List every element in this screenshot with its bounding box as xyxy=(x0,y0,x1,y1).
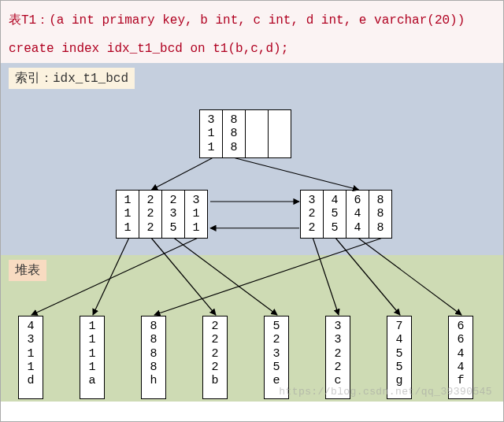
btree-cell: 322 xyxy=(301,191,324,238)
heap-cell: 1111a xyxy=(80,316,104,398)
table-declaration: 表T1：(a int primary key, b int, c int, d … xyxy=(9,13,465,28)
btree-cell: 644 xyxy=(346,191,369,238)
btree-empty-cell xyxy=(269,110,291,157)
create-index-statement: create index idx_t1_bcd on t1(b,c,d); xyxy=(9,40,495,57)
heap-block: 8888h xyxy=(141,316,166,399)
btree-cell: 311 xyxy=(200,110,223,157)
btree-cell: 222 xyxy=(139,191,162,238)
heap-cell: 3322c xyxy=(326,316,350,398)
heap-block: 7455g xyxy=(387,316,412,399)
heap-block: 6644f xyxy=(448,316,473,399)
btree-left-leaf: 111 222 235 311 xyxy=(116,190,208,239)
heap-cell: 4311d xyxy=(19,316,43,398)
index-area: 索引：idx_t1_bcd xyxy=(1,63,503,255)
heap-cell: 8888h xyxy=(142,316,165,398)
btree-cell: 311 xyxy=(185,191,207,238)
index-title-badge: 索引：idx_t1_bcd xyxy=(9,68,135,89)
btree-cell: 888 xyxy=(223,110,246,157)
heap-block: 2222b xyxy=(202,316,228,399)
btree-empty-cell xyxy=(246,110,269,157)
sql-code-block: 表T1：(a int primary key, b int, c int, d … xyxy=(1,1,503,63)
heap-cell: 2222b xyxy=(203,316,227,398)
heap-block: 3322c xyxy=(325,316,350,399)
heap-block: 4311d xyxy=(18,316,43,399)
btree-cell: 888 xyxy=(369,191,391,238)
btree-cell: 235 xyxy=(162,191,185,238)
heap-block: 5235e xyxy=(264,316,289,399)
heap-block: 1111a xyxy=(80,316,105,399)
heap-title-badge: 堆表 xyxy=(9,260,46,281)
btree-root-node: 311 888 xyxy=(199,109,291,158)
heap-cell: 5235e xyxy=(265,316,288,398)
heap-row: 4311d1111a8888h2222b5235e3322c7455g6644f xyxy=(18,316,473,399)
heap-cell: 6644f xyxy=(449,316,472,398)
heap-cell: 7455g xyxy=(387,316,411,398)
btree-cell: 455 xyxy=(324,191,346,238)
btree-right-leaf: 322 455 644 888 xyxy=(300,190,392,239)
btree-cell: 111 xyxy=(117,191,139,238)
